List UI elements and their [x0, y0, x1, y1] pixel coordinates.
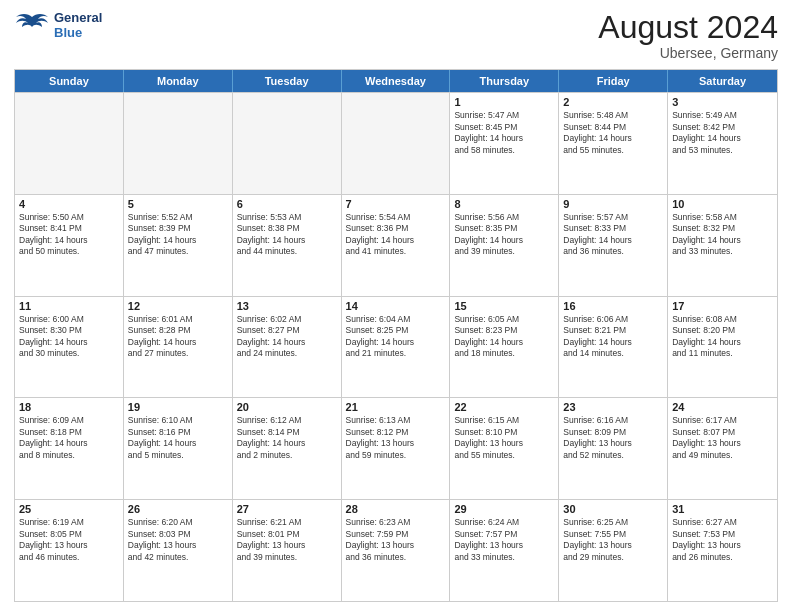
day-info: Sunrise: 5:56 AM Sunset: 8:35 PM Dayligh… [454, 212, 554, 258]
day-number: 24 [672, 401, 773, 413]
calendar-cell: 22Sunrise: 6:15 AM Sunset: 8:10 PM Dayli… [450, 398, 559, 499]
calendar-cell [124, 93, 233, 194]
day-info: Sunrise: 6:08 AM Sunset: 8:20 PM Dayligh… [672, 314, 773, 360]
day-info: Sunrise: 5:54 AM Sunset: 8:36 PM Dayligh… [346, 212, 446, 258]
day-number: 9 [563, 198, 663, 210]
day-info: Sunrise: 6:04 AM Sunset: 8:25 PM Dayligh… [346, 314, 446, 360]
day-info: Sunrise: 6:21 AM Sunset: 8:01 PM Dayligh… [237, 517, 337, 563]
calendar: SundayMondayTuesdayWednesdayThursdayFrid… [14, 69, 778, 602]
calendar-cell: 8Sunrise: 5:56 AM Sunset: 8:35 PM Daylig… [450, 195, 559, 296]
logo: General Blue [14, 10, 102, 40]
day-number: 29 [454, 503, 554, 515]
day-info: Sunrise: 6:17 AM Sunset: 8:07 PM Dayligh… [672, 415, 773, 461]
day-number: 31 [672, 503, 773, 515]
calendar-cell: 21Sunrise: 6:13 AM Sunset: 8:12 PM Dayli… [342, 398, 451, 499]
weekday-header: Tuesday [233, 70, 342, 92]
day-info: Sunrise: 6:06 AM Sunset: 8:21 PM Dayligh… [563, 314, 663, 360]
day-info: Sunrise: 5:52 AM Sunset: 8:39 PM Dayligh… [128, 212, 228, 258]
calendar-cell: 31Sunrise: 6:27 AM Sunset: 7:53 PM Dayli… [668, 500, 777, 601]
calendar-week-row: 18Sunrise: 6:09 AM Sunset: 8:18 PM Dayli… [15, 397, 777, 499]
day-info: Sunrise: 5:58 AM Sunset: 8:32 PM Dayligh… [672, 212, 773, 258]
day-number: 21 [346, 401, 446, 413]
day-info: Sunrise: 5:53 AM Sunset: 8:38 PM Dayligh… [237, 212, 337, 258]
calendar-week-row: 11Sunrise: 6:00 AM Sunset: 8:30 PM Dayli… [15, 296, 777, 398]
calendar-cell: 29Sunrise: 6:24 AM Sunset: 7:57 PM Dayli… [450, 500, 559, 601]
header: General Blue August 2024 Ubersee, German… [14, 10, 778, 61]
calendar-cell: 13Sunrise: 6:02 AM Sunset: 8:27 PM Dayli… [233, 297, 342, 398]
calendar-cell: 10Sunrise: 5:58 AM Sunset: 8:32 PM Dayli… [668, 195, 777, 296]
day-info: Sunrise: 6:16 AM Sunset: 8:09 PM Dayligh… [563, 415, 663, 461]
calendar-week-row: 4Sunrise: 5:50 AM Sunset: 8:41 PM Daylig… [15, 194, 777, 296]
calendar-cell: 18Sunrise: 6:09 AM Sunset: 8:18 PM Dayli… [15, 398, 124, 499]
weekday-header: Friday [559, 70, 668, 92]
calendar-cell: 23Sunrise: 6:16 AM Sunset: 8:09 PM Dayli… [559, 398, 668, 499]
day-number: 22 [454, 401, 554, 413]
calendar-cell [15, 93, 124, 194]
day-info: Sunrise: 6:05 AM Sunset: 8:23 PM Dayligh… [454, 314, 554, 360]
title-block: August 2024 Ubersee, Germany [598, 10, 778, 61]
day-number: 28 [346, 503, 446, 515]
calendar-cell: 5Sunrise: 5:52 AM Sunset: 8:39 PM Daylig… [124, 195, 233, 296]
page: General Blue August 2024 Ubersee, German… [0, 0, 792, 612]
weekday-header: Sunday [15, 70, 124, 92]
calendar-cell: 3Sunrise: 5:49 AM Sunset: 8:42 PM Daylig… [668, 93, 777, 194]
day-number: 26 [128, 503, 228, 515]
day-number: 14 [346, 300, 446, 312]
logo-icon [14, 11, 50, 39]
day-info: Sunrise: 6:27 AM Sunset: 7:53 PM Dayligh… [672, 517, 773, 563]
day-number: 18 [19, 401, 119, 413]
calendar-cell: 16Sunrise: 6:06 AM Sunset: 8:21 PM Dayli… [559, 297, 668, 398]
calendar-header: SundayMondayTuesdayWednesdayThursdayFrid… [15, 70, 777, 92]
calendar-cell: 17Sunrise: 6:08 AM Sunset: 8:20 PM Dayli… [668, 297, 777, 398]
day-info: Sunrise: 5:50 AM Sunset: 8:41 PM Dayligh… [19, 212, 119, 258]
day-number: 11 [19, 300, 119, 312]
calendar-cell: 28Sunrise: 6:23 AM Sunset: 7:59 PM Dayli… [342, 500, 451, 601]
day-number: 16 [563, 300, 663, 312]
day-info: Sunrise: 6:09 AM Sunset: 8:18 PM Dayligh… [19, 415, 119, 461]
day-number: 20 [237, 401, 337, 413]
day-info: Sunrise: 6:02 AM Sunset: 8:27 PM Dayligh… [237, 314, 337, 360]
calendar-cell: 6Sunrise: 5:53 AM Sunset: 8:38 PM Daylig… [233, 195, 342, 296]
calendar-cell: 9Sunrise: 5:57 AM Sunset: 8:33 PM Daylig… [559, 195, 668, 296]
calendar-cell: 11Sunrise: 6:00 AM Sunset: 8:30 PM Dayli… [15, 297, 124, 398]
day-info: Sunrise: 6:01 AM Sunset: 8:28 PM Dayligh… [128, 314, 228, 360]
day-number: 5 [128, 198, 228, 210]
day-info: Sunrise: 5:49 AM Sunset: 8:42 PM Dayligh… [672, 110, 773, 156]
calendar-week-row: 1Sunrise: 5:47 AM Sunset: 8:45 PM Daylig… [15, 92, 777, 194]
day-info: Sunrise: 6:19 AM Sunset: 8:05 PM Dayligh… [19, 517, 119, 563]
calendar-cell: 15Sunrise: 6:05 AM Sunset: 8:23 PM Dayli… [450, 297, 559, 398]
day-number: 4 [19, 198, 119, 210]
calendar-week-row: 25Sunrise: 6:19 AM Sunset: 8:05 PM Dayli… [15, 499, 777, 601]
day-number: 25 [19, 503, 119, 515]
month-year: August 2024 [598, 10, 778, 45]
day-number: 15 [454, 300, 554, 312]
calendar-cell: 25Sunrise: 6:19 AM Sunset: 8:05 PM Dayli… [15, 500, 124, 601]
day-info: Sunrise: 6:00 AM Sunset: 8:30 PM Dayligh… [19, 314, 119, 360]
calendar-cell: 30Sunrise: 6:25 AM Sunset: 7:55 PM Dayli… [559, 500, 668, 601]
location: Ubersee, Germany [598, 45, 778, 61]
weekday-header: Wednesday [342, 70, 451, 92]
day-info: Sunrise: 6:12 AM Sunset: 8:14 PM Dayligh… [237, 415, 337, 461]
day-info: Sunrise: 6:13 AM Sunset: 8:12 PM Dayligh… [346, 415, 446, 461]
calendar-cell [233, 93, 342, 194]
calendar-body: 1Sunrise: 5:47 AM Sunset: 8:45 PM Daylig… [15, 92, 777, 601]
calendar-cell: 7Sunrise: 5:54 AM Sunset: 8:36 PM Daylig… [342, 195, 451, 296]
day-number: 17 [672, 300, 773, 312]
calendar-cell: 20Sunrise: 6:12 AM Sunset: 8:14 PM Dayli… [233, 398, 342, 499]
weekday-header: Thursday [450, 70, 559, 92]
day-number: 7 [346, 198, 446, 210]
calendar-cell: 14Sunrise: 6:04 AM Sunset: 8:25 PM Dayli… [342, 297, 451, 398]
day-number: 23 [563, 401, 663, 413]
day-info: Sunrise: 6:24 AM Sunset: 7:57 PM Dayligh… [454, 517, 554, 563]
calendar-cell: 4Sunrise: 5:50 AM Sunset: 8:41 PM Daylig… [15, 195, 124, 296]
day-number: 8 [454, 198, 554, 210]
calendar-cell: 19Sunrise: 6:10 AM Sunset: 8:16 PM Dayli… [124, 398, 233, 499]
day-number: 19 [128, 401, 228, 413]
day-number: 30 [563, 503, 663, 515]
calendar-cell: 24Sunrise: 6:17 AM Sunset: 8:07 PM Dayli… [668, 398, 777, 499]
weekday-header: Saturday [668, 70, 777, 92]
calendar-cell [342, 93, 451, 194]
day-number: 1 [454, 96, 554, 108]
day-info: Sunrise: 6:15 AM Sunset: 8:10 PM Dayligh… [454, 415, 554, 461]
day-info: Sunrise: 6:23 AM Sunset: 7:59 PM Dayligh… [346, 517, 446, 563]
